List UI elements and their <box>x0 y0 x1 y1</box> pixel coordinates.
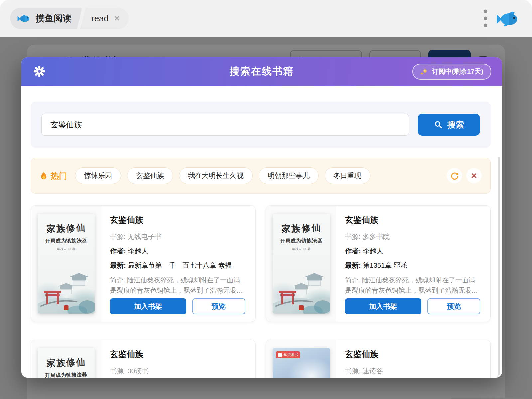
search-books-modal: 搜索在线书籍 订阅中(剩余17天) 搜索 热门 惊悚乐园 <box>21 57 502 378</box>
book-latest-row: 最新: 最新章节第一千一百七十八章 素韫 <box>110 261 245 270</box>
qidian-logo-icon <box>278 353 282 357</box>
book-result-card: 家族修仙 开局成为镇族法器 季越人 ◎ 著 <box>266 205 491 322</box>
book-result-card: 家族修仙 开局成为镇族法器 玄鉴仙族 书源: 30读书 <box>31 340 256 378</box>
clear-hot-button[interactable]: × <box>466 168 482 183</box>
refresh-icon <box>450 171 459 180</box>
search-button-label: 搜索 <box>447 119 464 130</box>
hot-tag[interactable]: 我在大明长生久视 <box>179 167 253 184</box>
app-tab-group: 摸鱼阅读 read × <box>10 8 129 29</box>
book-title: 玄鉴仙族 <box>345 349 480 360</box>
magnifier-icon <box>434 120 443 129</box>
book-title: 玄鉴仙族 <box>110 349 245 360</box>
page-tab-label: read <box>91 13 109 24</box>
sparkles-icon <box>420 67 428 75</box>
fish-icon <box>17 13 31 24</box>
book-cover: 起点读书 <box>273 348 330 378</box>
window-titlebar: 摸鱼阅读 read × <box>0 0 532 37</box>
hot-tag[interactable]: 冬日重现 <box>325 167 370 184</box>
kebab-menu-icon[interactable] <box>482 8 489 29</box>
close-icon: × <box>471 171 477 181</box>
book-title: 玄鉴仙族 <box>345 214 480 225</box>
book-cover-area: 家族修仙 开局成为镇族法器 <box>31 340 101 378</box>
book-info: 玄鉴仙族 书源: 多多书院 作者: 季越人 最新: 第1351章 噩耗 简介: … <box>336 206 490 322</box>
cover-seal-logo <box>299 305 304 310</box>
scrollbar-thumb[interactable] <box>498 157 500 375</box>
settings-button[interactable] <box>32 64 47 79</box>
hot-searches-bar: 热门 惊悚乐园 玄鉴仙族 我在大明长生久视 明朝那些事儿 冬日重现 × <box>31 158 491 194</box>
book-source-row: 书源: 多多书院 <box>345 232 480 241</box>
search-input[interactable] <box>41 114 409 136</box>
book-author-row: 作者: 季越人 <box>110 246 245 256</box>
add-to-shelf-button[interactable]: 加入书架 <box>110 298 186 314</box>
book-cover: 家族修仙 开局成为镇族法器 <box>38 348 95 378</box>
book-source-row: 书源: 30读书 <box>110 366 245 376</box>
book-intro: 简介: 陆江仙熬夜猝死，残魂却附在了一面满是裂痕的青灰色铜镜上，飘落到了浩瀚无垠… <box>345 275 480 296</box>
app-tab[interactable]: 摸鱼阅读 <box>10 8 81 29</box>
preview-button[interactable]: 预览 <box>427 298 480 314</box>
modal-title: 搜索在线书籍 <box>230 65 294 78</box>
book-latest-row: 最新: 第1351章 噩耗 <box>345 261 480 270</box>
book-cover-area: 起点读书 <box>266 340 336 378</box>
book-cover-area: 家族修仙 开局成为镇族法器 季越人 ◎ 著 <box>266 206 336 322</box>
book-cover: 家族修仙 开局成为镇族法器 季越人 ◎ 著 <box>273 214 330 314</box>
add-to-shelf-button[interactable]: 加入书架 <box>345 298 421 314</box>
book-info: 玄鉴仙族 书源: 速读谷 <box>336 340 490 378</box>
book-author-row: 作者: 季越人 <box>345 246 480 256</box>
search-results-grid: 家族修仙 开局成为镇族法器 季越人 ◎ 著 <box>31 205 491 378</box>
fish-icon <box>496 9 521 28</box>
hot-label: 热门 <box>40 170 67 181</box>
gear-icon <box>33 66 45 77</box>
hot-tag[interactable]: 惊悚乐园 <box>75 167 121 184</box>
preview-button[interactable]: 预览 <box>192 298 245 314</box>
book-cover-area: 家族修仙 开局成为镇族法器 季越人 ◎ 著 <box>31 206 101 322</box>
subscription-badge[interactable]: 订阅中(剩余17天) <box>412 64 491 80</box>
modal-header: 搜索在线书籍 订阅中(剩余17天) <box>21 57 502 86</box>
flame-icon <box>40 171 48 180</box>
book-info: 玄鉴仙族 书源: 无线电子书 作者: 季越人 最新: 最新章节第一千一百七十八章… <box>101 206 255 322</box>
qidian-reader-badge: 起点读书 <box>276 351 300 358</box>
book-result-card: 家族修仙 开局成为镇族法器 季越人 ◎ 著 <box>31 205 256 322</box>
refresh-hot-button[interactable] <box>447 168 462 183</box>
book-intro: 简介: 陆江仙熬夜猝死，残魂却附在了一面满是裂痕的青灰色铜镜上，飘落到了浩瀚无垠… <box>110 275 245 296</box>
book-source-row: 书源: 速读谷 <box>345 366 480 376</box>
close-icon[interactable]: × <box>114 13 120 23</box>
book-cover: 家族修仙 开局成为镇族法器 季越人 ◎ 著 <box>38 214 95 314</box>
book-title: 玄鉴仙族 <box>110 214 245 225</box>
book-source-row: 书源: 无线电子书 <box>110 232 245 241</box>
search-button[interactable]: 搜索 <box>418 114 480 136</box>
app-title: 摸鱼阅读 <box>36 12 71 24</box>
hot-tag[interactable]: 玄鉴仙族 <box>127 167 173 184</box>
hot-tag[interactable]: 明朝那些事儿 <box>259 167 319 184</box>
cover-seal-logo <box>64 305 69 310</box>
book-info: 玄鉴仙族 书源: 30读书 <box>101 340 255 378</box>
page-tab[interactable]: read × <box>81 8 129 29</box>
search-panel: 搜索 <box>31 102 491 148</box>
book-result-card: 起点读书 玄鉴仙族 书源: 速读谷 <box>266 340 491 378</box>
subscription-badge-label: 订阅中(剩余17天) <box>432 67 483 76</box>
